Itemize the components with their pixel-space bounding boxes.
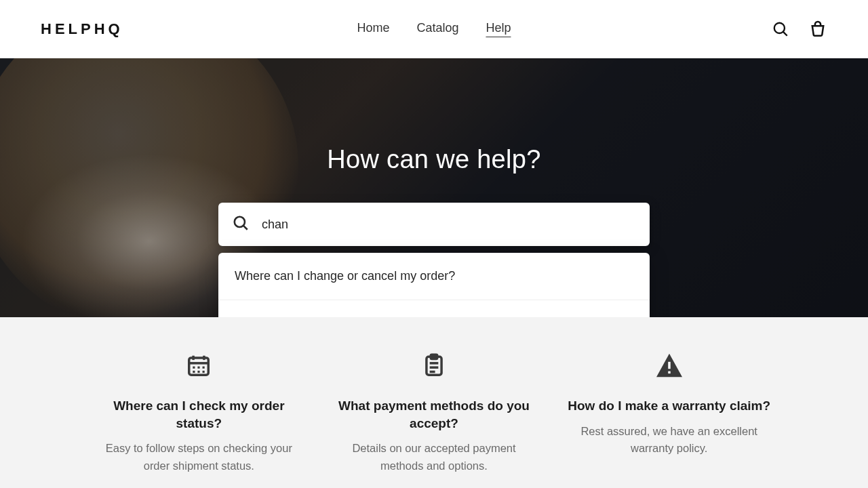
svg-rect-13	[203, 371, 205, 373]
faq-card-desc: Easy to follow steps on checking your or…	[95, 440, 303, 474]
brand-logo[interactable]: HELPHQ	[41, 20, 123, 38]
hero: How can we help? Where can I change or c…	[0, 58, 868, 317]
faq-card-title: What payment methods do you accept?	[330, 397, 538, 432]
nav-home[interactable]: Home	[357, 21, 389, 37]
search-suggestions: Where can I change or cancel my order? H…	[218, 253, 650, 317]
suggestion-item[interactable]: Where can I change or cancel my order?	[218, 253, 650, 300]
svg-rect-15	[431, 354, 437, 359]
svg-point-0	[774, 23, 785, 33]
search-box[interactable]	[218, 203, 650, 246]
svg-rect-20	[668, 371, 670, 373]
clipboard-icon	[330, 352, 538, 378]
search-icon[interactable]	[772, 20, 789, 38]
cart-icon[interactable]	[808, 20, 827, 39]
top-nav: HELPHQ Home Catalog Help	[0, 0, 868, 58]
suggestion-item[interactable]: How do I make an exchange?	[218, 300, 650, 317]
nav-links: Home Catalog Help	[357, 21, 511, 37]
calendar-icon	[95, 352, 303, 378]
svg-rect-11	[193, 371, 195, 373]
svg-rect-12	[198, 371, 200, 373]
svg-rect-19	[668, 362, 670, 369]
nav-help[interactable]: Help	[486, 21, 511, 37]
search-wrap: Where can I change or cancel my order? H…	[218, 203, 650, 246]
faq-card[interactable]: What payment methods do you accept? Deta…	[330, 352, 538, 474]
faq-card-desc: Rest assured, we have an excellent warra…	[565, 423, 773, 458]
nav-right	[772, 20, 827, 39]
svg-line-3	[243, 226, 248, 230]
search-icon	[232, 214, 250, 235]
svg-point-2	[235, 217, 245, 227]
svg-rect-9	[198, 367, 200, 369]
hero-title: How can we help?	[327, 145, 540, 174]
faq-card[interactable]: How do I make a warranty claim? Rest ass…	[565, 352, 773, 474]
faq-card[interactable]: Where can I check my order status? Easy …	[95, 352, 303, 474]
svg-rect-8	[193, 367, 195, 369]
nav-catalog[interactable]: Catalog	[416, 21, 458, 37]
faq-cards: Where can I check my order status? Easy …	[0, 317, 868, 474]
warning-icon	[565, 352, 773, 378]
faq-card-title: Where can I check my order status?	[95, 397, 303, 432]
faq-card-title: How do I make a warranty claim?	[565, 397, 773, 415]
faq-card-desc: Details on our accepted payment methods …	[330, 440, 538, 474]
svg-rect-10	[203, 367, 205, 369]
search-input[interactable]	[262, 218, 636, 232]
svg-line-1	[783, 32, 787, 36]
